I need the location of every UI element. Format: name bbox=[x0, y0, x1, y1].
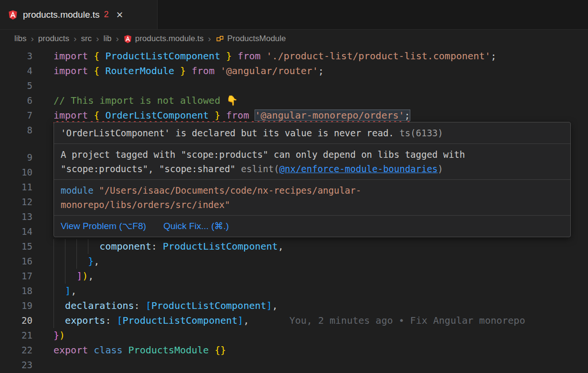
code-token: , bbox=[88, 270, 94, 282]
code-line-21[interactable]: 21}) bbox=[0, 328, 588, 343]
code-token: ] bbox=[65, 285, 71, 296]
code-token: import bbox=[53, 65, 88, 77]
error-underline: import { OrderListComponent } from '@ang… bbox=[53, 110, 410, 121]
line-content: ]), bbox=[53, 269, 588, 284]
code-token bbox=[53, 285, 65, 296]
code-token: 👇 bbox=[226, 95, 238, 106]
eslint-rule-link[interactable]: @nx/enforce-module-boundaries bbox=[279, 164, 438, 174]
code-token: { bbox=[94, 65, 99, 77]
code-token bbox=[88, 110, 94, 121]
git-blame-annotation: You, 2 minutes ago • Fix Angular monorep… bbox=[289, 315, 525, 326]
line-content: }) bbox=[53, 328, 588, 343]
code-line-16[interactable]: 16 }, bbox=[0, 254, 588, 269]
hover-text: module bbox=[61, 185, 94, 196]
breadcrumb-item-libs[interactable]: libs bbox=[14, 34, 27, 44]
chevron-right-icon: › bbox=[203, 33, 215, 44]
code-token: './product-list/product-list.component' bbox=[267, 50, 491, 62]
breadcrumb-item-products-module-ts[interactable]: products.module.ts bbox=[123, 34, 204, 44]
tab-products-module[interactable]: products.module.ts 2 × bbox=[0, 0, 158, 29]
breadcrumb-label: lib bbox=[103, 34, 111, 44]
code-token bbox=[232, 50, 237, 62]
line-content: import { OrderListComponent } from '@ang… bbox=[53, 108, 588, 123]
code-line-20[interactable]: 20 exports: [ProductListComponent],You, … bbox=[0, 313, 588, 328]
code-line-3[interactable]: 3import { ProductListComponent } from '.… bbox=[0, 49, 588, 64]
line-content: declarations: [ProductListComponent], bbox=[53, 298, 588, 313]
line-number: 20 bbox=[0, 313, 32, 328]
hover-text-line: A project tagged with "scope:products" c… bbox=[61, 147, 564, 162]
indent-guide bbox=[76, 239, 77, 254]
line-number: 18 bbox=[0, 284, 32, 298]
hover-text: "/Users/isaac/Documents/code/nx-recipes/… bbox=[99, 185, 361, 196]
code-line-15[interactable]: 15 component: ProductListComponent, bbox=[0, 239, 588, 254]
chevron-right-icon: › bbox=[27, 33, 38, 44]
code-line-6[interactable]: 6// This import is not allowed 👇 bbox=[0, 93, 588, 108]
code-token: ProductListComponent bbox=[151, 300, 267, 311]
code-token: , bbox=[278, 241, 284, 252]
code-token: { bbox=[94, 110, 99, 121]
indent-guide bbox=[53, 313, 54, 328]
code-token: ProductListComponent bbox=[163, 241, 278, 252]
line-number: 8 bbox=[0, 123, 32, 138]
breadcrumb: libs›products›src›lib›products.module.ts… bbox=[0, 30, 588, 48]
indent-guide bbox=[65, 239, 65, 254]
code-line-19[interactable]: 19 declarations: [ProductListComponent], bbox=[0, 298, 588, 313]
breadcrumb-item-lib[interactable]: lib bbox=[103, 34, 111, 44]
indent-guide bbox=[53, 284, 54, 298]
code-line-23[interactable]: 23 bbox=[0, 358, 588, 373]
tab-close-icon[interactable]: × bbox=[117, 9, 123, 21]
hover-actions: View Problem (⌥F8)Quick Fix... (⌘.) bbox=[54, 215, 570, 237]
code-token bbox=[53, 300, 65, 311]
code-token: , bbox=[243, 315, 249, 326]
code-token bbox=[88, 65, 94, 77]
code-token: from bbox=[237, 50, 260, 62]
line-number: 17 bbox=[0, 269, 32, 284]
view-problem-action[interactable]: View Problem (⌥F8) bbox=[61, 219, 146, 233]
code-line-7[interactable]: 7import { OrderListComponent } from '@an… bbox=[0, 108, 588, 123]
code-token bbox=[123, 344, 128, 356]
chevron-right-icon: › bbox=[92, 33, 103, 44]
module-info: module "/Users/isaac/Documents/code/nx-r… bbox=[54, 179, 570, 215]
code-token: declarations bbox=[65, 300, 134, 311]
code-line-22[interactable]: 22export class ProductsModule {} bbox=[0, 343, 588, 358]
line-number: 19 bbox=[0, 298, 32, 313]
code-token: ProductListComponent bbox=[99, 50, 226, 62]
code-token: ] bbox=[237, 315, 243, 326]
code-line-5[interactable]: 5 bbox=[0, 78, 588, 93]
code-token: class bbox=[94, 344, 122, 356]
breadcrumb-item-productsmodule[interactable]: ProductsModule bbox=[215, 34, 286, 44]
code-token: ) bbox=[82, 270, 88, 282]
code-token: [ bbox=[117, 315, 122, 326]
code-token: component bbox=[99, 241, 151, 252]
breadcrumb-item-products[interactable]: products bbox=[38, 34, 69, 44]
code-token: } bbox=[53, 329, 59, 341]
breadcrumb-label: libs bbox=[14, 34, 27, 44]
hover-text: eslint( bbox=[241, 164, 279, 174]
code-token: {} bbox=[214, 344, 226, 356]
indent-guide bbox=[76, 254, 77, 269]
code-line-4[interactable]: 4import { RouterModule } from '@angular/… bbox=[0, 64, 588, 78]
tab-title: products.module.ts bbox=[23, 10, 100, 20]
line-content: export class ProductsModule {} bbox=[53, 343, 588, 358]
code-token: } bbox=[214, 110, 220, 121]
code-token bbox=[249, 110, 255, 121]
line-content: ], bbox=[53, 284, 588, 298]
code-token: import bbox=[53, 110, 88, 121]
hover-text: ts(6133) bbox=[394, 128, 443, 138]
hover-text: "scope:products", "scope:shared" bbox=[61, 164, 241, 174]
breadcrumb-item-src[interactable]: src bbox=[81, 34, 92, 44]
indent-guide bbox=[53, 254, 54, 269]
chevron-right-icon: › bbox=[111, 33, 123, 44]
breadcrumb-label: src bbox=[81, 34, 92, 44]
code-token bbox=[209, 344, 214, 356]
quick-fix-action[interactable]: Quick Fix... (⌘.) bbox=[163, 219, 229, 233]
code-line-18[interactable]: 18 ], bbox=[0, 284, 588, 298]
code-line-17[interactable]: 17 ]), bbox=[0, 269, 588, 284]
line-number: 5 bbox=[0, 78, 32, 93]
code-token bbox=[220, 110, 226, 121]
line-number: 9 bbox=[0, 150, 32, 165]
code-token bbox=[88, 50, 94, 62]
code-token bbox=[53, 315, 65, 326]
line-number: 13 bbox=[0, 209, 32, 224]
line-number: 11 bbox=[0, 180, 32, 195]
indent-guide bbox=[53, 239, 54, 254]
